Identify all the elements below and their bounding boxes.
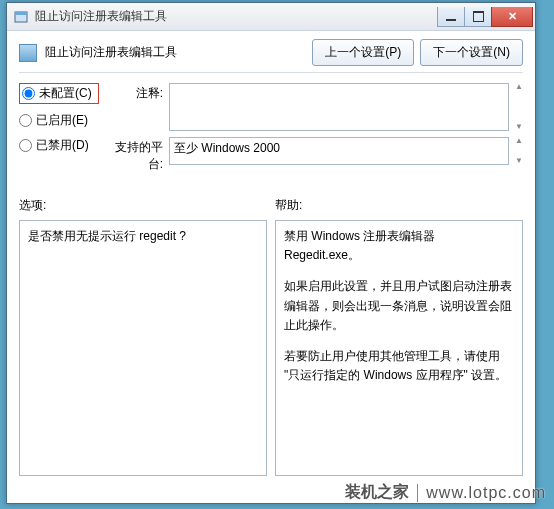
fields-column: 注释: ▲▼ 支持的平台: 至少 Windows 2000 ▲▼ — [109, 83, 523, 179]
radio-not-configured-label: 未配置(C) — [39, 85, 92, 102]
watermark-separator — [417, 484, 418, 502]
comment-textarea[interactable] — [169, 83, 509, 131]
options-panel: 是否禁用无提示运行 regedit ? — [19, 220, 267, 476]
window-title: 阻止访问注册表编辑工具 — [35, 8, 438, 25]
app-icon — [13, 9, 29, 25]
comment-scroll[interactable]: ▲▼ — [515, 83, 523, 131]
radio-enabled-label: 已启用(E) — [36, 112, 88, 129]
minimize-button[interactable] — [437, 7, 465, 27]
policy-title: 阻止访问注册表编辑工具 — [45, 44, 304, 61]
previous-setting-button[interactable]: 上一个设置(P) — [312, 39, 414, 66]
state-radios: 未配置(C) 已启用(E) 已禁用(D) — [19, 83, 99, 179]
watermark: 装机之家 www.lotpc.com — [345, 482, 546, 503]
next-setting-button[interactable]: 下一个设置(N) — [420, 39, 523, 66]
watermark-url: www.lotpc.com — [426, 484, 546, 502]
lower-row: 选项: 是否禁用无提示运行 regedit ? 帮助: 禁用 Windows 注… — [19, 197, 523, 476]
nav-buttons: 上一个设置(P) 下一个设置(N) — [312, 39, 523, 66]
close-button[interactable] — [491, 7, 533, 27]
divider — [19, 72, 523, 73]
platform-label: 支持的平台: — [109, 137, 163, 173]
svg-rect-1 — [15, 12, 27, 15]
platform-box: 至少 Windows 2000 — [169, 137, 509, 165]
radio-not-configured-input[interactable] — [22, 87, 35, 100]
options-text: 是否禁用无提示运行 regedit ? — [28, 229, 186, 243]
help-paragraph: 若要防止用户使用其他管理工具，请使用 "只运行指定的 Windows 应用程序"… — [284, 347, 514, 385]
window-controls — [438, 7, 533, 27]
radio-disabled-input[interactable] — [19, 139, 32, 152]
help-paragraph: 如果启用此设置，并且用户试图启动注册表编辑器，则会出现一条消息，说明设置会阻止此… — [284, 277, 514, 335]
help-column: 帮助: 禁用 Windows 注册表编辑器 Regedit.exe。 如果启用此… — [275, 197, 523, 476]
radio-disabled[interactable]: 已禁用(D) — [19, 137, 99, 154]
radio-enabled[interactable]: 已启用(E) — [19, 112, 99, 129]
dialog-window: 阻止访问注册表编辑工具 阻止访问注册表编辑工具 上一个设置(P) 下一个设置(N… — [6, 2, 536, 504]
radio-disabled-label: 已禁用(D) — [36, 137, 89, 154]
comment-row: 注释: ▲▼ — [109, 83, 523, 131]
platform-value: 至少 Windows 2000 — [174, 140, 280, 162]
title-bar[interactable]: 阻止访问注册表编辑工具 — [7, 3, 535, 31]
help-label: 帮助: — [275, 197, 523, 214]
radio-not-configured[interactable]: 未配置(C) — [19, 83, 99, 104]
help-panel: 禁用 Windows 注册表编辑器 Regedit.exe。 如果启用此设置，并… — [275, 220, 523, 476]
radio-enabled-input[interactable] — [19, 114, 32, 127]
watermark-name: 装机之家 — [345, 482, 409, 503]
config-row: 未配置(C) 已启用(E) 已禁用(D) 注释: ▲▼ 支持的 — [19, 83, 523, 179]
options-label: 选项: — [19, 197, 267, 214]
header-row: 阻止访问注册表编辑工具 上一个设置(P) 下一个设置(N) — [19, 39, 523, 66]
help-paragraph: 禁用 Windows 注册表编辑器 Regedit.exe。 — [284, 227, 514, 265]
platform-row: 支持的平台: 至少 Windows 2000 ▲▼ — [109, 137, 523, 173]
platform-scroll[interactable]: ▲▼ — [515, 137, 523, 165]
policy-icon — [19, 44, 37, 62]
dialog-content: 阻止访问注册表编辑工具 上一个设置(P) 下一个设置(N) 未配置(C) 已启用… — [7, 31, 535, 484]
options-column: 选项: 是否禁用无提示运行 regedit ? — [19, 197, 267, 476]
comment-label: 注释: — [109, 83, 163, 102]
maximize-button[interactable] — [464, 7, 492, 27]
